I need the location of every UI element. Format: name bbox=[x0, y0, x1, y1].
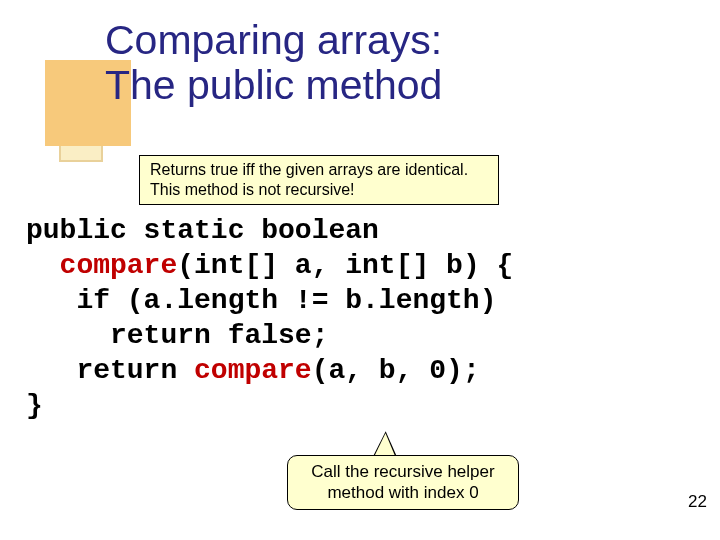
code-l5c: (a, b, 0); bbox=[312, 355, 480, 386]
code-block: public static boolean compare(int[] a, i… bbox=[26, 213, 513, 423]
slide: Comparing arrays: The public method Retu… bbox=[0, 0, 720, 540]
code-l2a bbox=[26, 250, 60, 281]
callout1-line1: Returns true iff the given arrays are id… bbox=[150, 161, 468, 178]
callout2-line2: method with index 0 bbox=[327, 483, 478, 502]
code-l5-compare: compare bbox=[194, 355, 312, 386]
title-block: Comparing arrays: The public method bbox=[45, 18, 442, 108]
callout2-line1: Call the recursive helper bbox=[311, 462, 494, 481]
title-line1: Comparing arrays: bbox=[105, 17, 442, 63]
code-l3: if (a.length != b.length) bbox=[26, 285, 496, 316]
code-l5a: return bbox=[26, 355, 194, 386]
callout1-line2: This method is not recursive! bbox=[150, 181, 355, 198]
callout-recursive-helper: Call the recursive helper method with in… bbox=[287, 455, 519, 510]
callout-returns-true: Returns true iff the given arrays are id… bbox=[139, 155, 499, 205]
slide-title: Comparing arrays: The public method bbox=[45, 18, 442, 108]
code-l4: return false; bbox=[26, 320, 328, 351]
page-number: 22 bbox=[688, 492, 707, 512]
code-l6: } bbox=[26, 390, 43, 421]
title-line2: The public method bbox=[105, 62, 442, 108]
code-l1: public static boolean bbox=[26, 215, 379, 246]
code-l2-compare: compare bbox=[60, 250, 178, 281]
code-l2c: (int[] a, int[] b) { bbox=[177, 250, 513, 281]
